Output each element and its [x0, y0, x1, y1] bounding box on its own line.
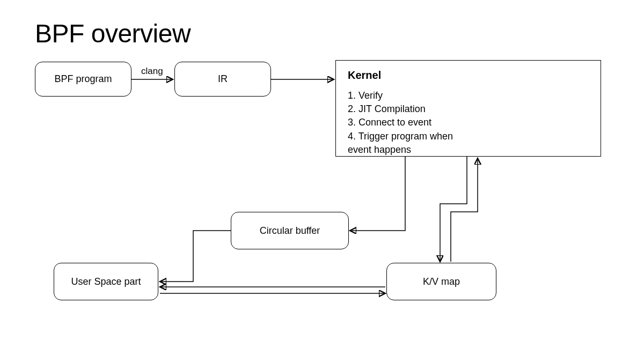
arrows-layer [0, 0, 644, 362]
edge-label-clang: clang [141, 66, 163, 77]
kernel-step: 3. Connect to event [348, 116, 453, 129]
kernel-step: event happens [348, 143, 453, 157]
node-kernel: Kernel 1. Verify 2. JIT Compilation 3. C… [335, 60, 601, 157]
node-kv-map: K/V map [386, 263, 496, 300]
kernel-steps: 1. Verify 2. JIT Compilation 3. Connect … [348, 89, 453, 157]
kernel-step: 1. Verify [348, 89, 453, 102]
arrow-kernel-to-kvmap [440, 157, 467, 262]
arrow-circular-buffer-to-user-space [160, 231, 231, 282]
kernel-step: 4. Trigger program when [348, 130, 453, 143]
arrow-kernel-to-circular-buffer [350, 157, 405, 231]
node-circular-buffer: Circular buffer [231, 212, 349, 249]
node-user-space: User Space part [54, 263, 158, 300]
arrow-kvmap-to-kernel [451, 158, 478, 262]
node-ir: IR [174, 62, 271, 97]
diagram-title: BPF overview [35, 19, 191, 48]
kernel-title: Kernel [348, 69, 381, 82]
node-bpf-program: BPF program [35, 62, 131, 97]
kernel-step: 2. JIT Compilation [348, 102, 453, 116]
